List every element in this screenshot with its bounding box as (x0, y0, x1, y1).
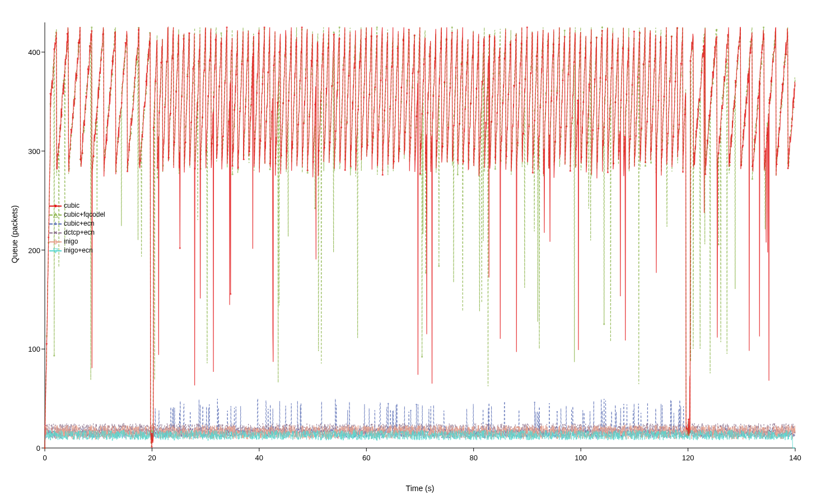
svg-point-1245 (596, 37, 598, 39)
svg-point-1191 (494, 156, 496, 158)
svg-point-1133 (385, 66, 387, 67)
svg-point-1208 (526, 26, 528, 28)
svg-point-472 (354, 430, 355, 431)
svg-point-987 (111, 60, 113, 62)
svg-point-1298 (695, 130, 697, 132)
svg-point-1023 (179, 248, 181, 249)
svg-point-1112 (346, 121, 348, 123)
svg-point-473 (360, 435, 361, 436)
svg-point-984 (106, 139, 108, 141)
svg-point-1181 (475, 88, 477, 90)
svg-point-1291 (682, 171, 684, 172)
svg-point-1293 (686, 427, 688, 429)
svg-point-302 (151, 424, 152, 426)
svg-point-1199 (510, 43, 511, 45)
svg-point-1037 (206, 150, 207, 151)
svg-point-387 (629, 427, 631, 428)
svg-point-418 (50, 439, 51, 440)
svg-point-1280 (661, 149, 663, 151)
svg-point-1200 (511, 150, 513, 152)
svg-point-1215 (539, 106, 541, 108)
legend-item: △cubic+fqcodel (49, 210, 105, 219)
svg-point-522 (635, 430, 636, 431)
svg-point-451 (236, 432, 237, 433)
svg-point-1213 (535, 55, 537, 57)
svg-point-1152 (421, 113, 423, 115)
legend-swatch: ◇ (49, 238, 62, 245)
svg-point-1179 (472, 57, 474, 58)
svg-point-1279 (660, 41, 661, 43)
svg-point-1301 (701, 72, 702, 73)
svg-point-447 (213, 435, 214, 436)
svg-point-1106 (335, 130, 337, 132)
svg-point-791 (494, 168, 496, 170)
svg-point-501 (517, 436, 518, 437)
svg-point-1039 (209, 60, 211, 62)
svg-point-1283 (667, 133, 669, 134)
svg-point-465 (314, 436, 315, 437)
svg-point-952 (46, 343, 48, 344)
svg-point-421 (67, 438, 68, 440)
svg-point-406 (736, 429, 738, 430)
svg-point-329 (303, 437, 304, 438)
svg-point-1028 (188, 32, 190, 34)
svg-point-415 (787, 425, 788, 426)
svg-point-1120 (361, 146, 363, 147)
svg-point-986 (110, 87, 111, 89)
legend-label: cubic (64, 201, 80, 210)
svg-point-1212 (534, 119, 535, 121)
svg-point-1175 (464, 108, 466, 110)
svg-point-1000 (136, 59, 138, 60)
legend-swatch: + (49, 220, 62, 227)
svg-point-1250 (605, 79, 606, 81)
svg-point-1235 (577, 100, 578, 101)
legend-label: cubic+fqcodel (64, 210, 105, 219)
legend-swatch: ● (49, 202, 62, 209)
svg-point-1145 (408, 29, 410, 30)
svg-point-477 (382, 435, 383, 436)
svg-point-1193 (498, 57, 500, 58)
svg-point-1012 (158, 112, 160, 114)
svg-point-538 (725, 435, 726, 436)
svg-point-1251 (607, 171, 609, 173)
svg-point-471 (348, 437, 349, 438)
svg-point-398 (692, 426, 693, 427)
svg-point-977 (93, 155, 95, 157)
svg-point-971 (81, 152, 83, 154)
svg-point-482 (410, 435, 411, 436)
svg-point-1163 (442, 146, 444, 147)
svg-point-474 (365, 434, 366, 435)
svg-point-1228 (564, 36, 566, 38)
svg-point-1324 (744, 125, 745, 127)
svg-point-506 (545, 435, 547, 436)
legend-swatch: △ (49, 211, 62, 218)
svg-point-1244 (594, 78, 595, 80)
svg-point-1149 (416, 115, 417, 117)
legend-swatch: ▽ (49, 247, 62, 254)
svg-point-485 (427, 431, 428, 432)
svg-point-1198 (507, 94, 509, 95)
svg-point-1313 (724, 76, 725, 78)
svg-point-1232 (571, 117, 573, 119)
svg-point-1294 (688, 418, 689, 420)
svg-point-985 (108, 115, 109, 117)
svg-point-1021 (175, 91, 177, 92)
svg-point-1144 (406, 92, 408, 94)
svg-point-230 (500, 424, 501, 425)
legend-label: dctcp+ecn (64, 228, 95, 237)
svg-point-319 (247, 438, 248, 439)
svg-point-752 (421, 356, 423, 358)
svg-point-365 (506, 425, 507, 426)
svg-point-728 (376, 26, 378, 28)
svg-point-292 (95, 438, 96, 440)
svg-point-1311 (720, 128, 721, 130)
svg-point-1274 (650, 148, 652, 150)
svg-point-1256 (617, 59, 618, 61)
svg-point-483 (416, 437, 417, 438)
svg-point-1201 (513, 85, 515, 86)
svg-point-336 (343, 428, 344, 429)
svg-point-1056 (241, 63, 242, 65)
svg-point-1146 (410, 137, 412, 138)
svg-point-691 (307, 172, 309, 174)
svg-point-1126 (372, 136, 374, 138)
